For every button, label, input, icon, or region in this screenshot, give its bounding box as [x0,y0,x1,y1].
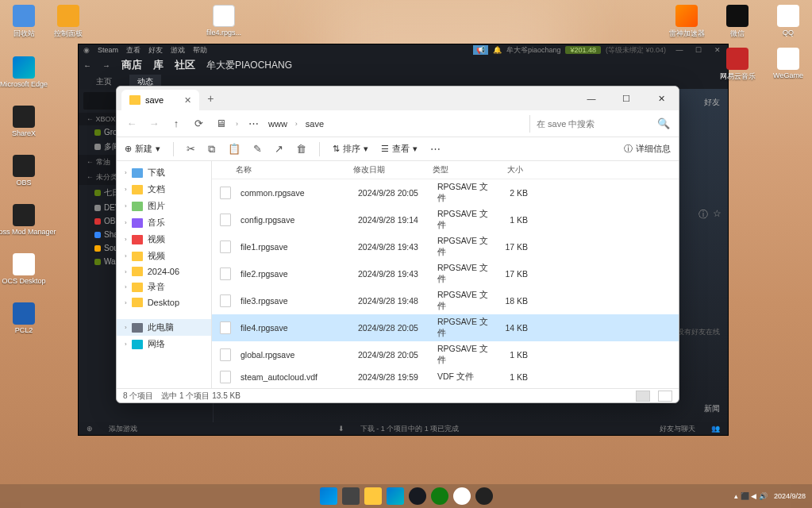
nav-item[interactable]: ›录音 [117,279,211,295]
refresh-button[interactable]: ⟳ [191,117,206,129]
col-date[interactable]: 修改日期 [347,164,426,175]
desktop-icon[interactable]: OCS Desktop [6,253,41,285]
breadcrumb-www[interactable]: www [268,119,287,129]
explorer-tab[interactable]: save ✕ [121,90,199,110]
steam-menu-games[interactable]: 游戏 [171,45,185,56]
desktop-icon[interactable]: QQ [771,5,806,39]
tray-icons[interactable]: ▴ ⬛ ◀ 🔊 [734,492,768,500]
subnav-home[interactable]: 主页 [88,75,120,89]
maximize-button[interactable]: ☐ [693,46,704,54]
nav-item[interactable]: ›视频 [117,231,211,248]
taskbar-steam[interactable] [409,487,426,505]
nav-item[interactable]: ›2024-06 [117,264,211,279]
nav-item[interactable]: ›Desktop [117,295,211,310]
new-button[interactable]: ⊕新建▾ [125,143,160,155]
nav-community[interactable]: 社区 [175,58,195,72]
share-icon[interactable]: ↗ [275,143,283,155]
nav-item[interactable]: ›此电脑 [117,319,211,336]
file-row[interactable]: file4.rpgsave2024/9/28 20:05RPGSAVE 文件14… [212,314,679,341]
info-icon[interactable]: ⓘ [698,208,708,221]
friends-icon[interactable]: 👥 [711,425,720,433]
up-button[interactable]: ↑ [169,117,183,129]
desktop-icon[interactable]: 回收站 [6,5,41,39]
forward-button[interactable]: → [102,61,110,70]
view-grid-button[interactable] [658,391,672,402]
rename-icon[interactable]: ✎ [253,143,262,155]
desktop-icon[interactable]: 控制面板 [51,5,86,39]
back-button[interactable]: ← [125,117,139,129]
star-icon[interactable]: ☆ [713,208,722,221]
taskbar-xbox[interactable] [431,487,448,505]
taskbar-search[interactable] [342,487,360,505]
steam-user-badge[interactable]: 📢 🔔 牟大爷piaochang ¥201.48 (等级未绑定 ¥0.04) [473,45,666,56]
desktop-icon[interactable]: 雷神加速器 [669,5,704,39]
search-input[interactable] [529,115,648,133]
steam-menu-friends[interactable]: 好友 [148,45,163,56]
nav-store[interactable]: 商店 [121,58,142,72]
taskbar-app[interactable] [475,487,493,505]
sort-button[interactable]: ⇅排序▾ [333,143,368,155]
downloads-link[interactable]: 下载 - 1 个项目中的 1 项已完成 [360,424,460,434]
nav-item[interactable]: ›视频 [117,248,211,264]
steam-menu-steam[interactable]: Steam [98,46,118,54]
delete-icon[interactable]: 🗑 [296,143,306,155]
close-button[interactable]: ✕ [644,94,679,104]
notification-icon[interactable]: 🔔 [493,46,502,54]
taskbar-explorer[interactable] [364,487,382,505]
file-row[interactable]: file2.rpgsave2024/9/28 19:43RPGSAVE 文件17… [212,260,679,287]
nav-item[interactable]: ›文档 [117,181,211,198]
tab-close-icon[interactable]: ✕ [184,95,191,106]
start-button[interactable] [320,487,337,505]
file-row[interactable]: file1.rpgsave2024/9/28 19:43RPGSAVE 文件17… [212,233,679,260]
pc-icon[interactable]: 🖥 [214,117,228,129]
search-icon[interactable]: 🔍 [656,117,671,129]
col-type[interactable]: 类型 [426,164,490,175]
details-button[interactable]: ⓘ详细信息 [624,143,671,155]
forward-button[interactable]: → [147,117,161,129]
desktop-icon[interactable]: PCL2 [6,302,41,334]
view-list-button[interactable] [636,391,650,402]
nav-item[interactable]: ›下载 [117,164,211,181]
file-row[interactable]: common.rpgsave2024/9/28 20:05RPGSAVE 文件2… [212,179,679,206]
paste-icon[interactable]: 📋 [228,143,241,155]
desktop-icon[interactable]: OBS [6,155,41,187]
more-icon[interactable]: ⋯ [430,143,441,155]
nav-label: 图片 [148,200,165,212]
minimize-button[interactable]: — [674,46,685,54]
friends-chat-link[interactable]: 好友与聊天 [660,424,695,434]
cut-icon[interactable]: ✂ [187,143,195,155]
desktop-icon[interactable]: ShareX [6,106,41,137]
system-tray[interactable]: ▴ ⬛ ◀ 🔊 2024/9/28 [734,492,806,500]
nav-item[interactable]: ›图片 [117,198,211,214]
add-game-link[interactable]: 添加游戏 [109,424,137,434]
col-name[interactable]: 名称 [212,164,347,175]
maximize-button[interactable]: ☐ [609,94,644,104]
back-button[interactable]: ← [83,61,91,70]
nav-username[interactable]: 牟大爱PIAOCHANG [206,59,292,72]
taskbar-edge[interactable] [387,487,404,505]
more-button[interactable]: ⋯ [246,117,260,129]
breadcrumb-save[interactable]: save [306,119,324,129]
file-row[interactable]: config.rpgsave2024/9/28 19:14RPGSAVE 文件1… [212,206,679,233]
desktop-icon[interactable]: WeGame [771,48,806,82]
nav-item[interactable]: ›网络 [117,336,211,352]
copy-icon[interactable]: ⧉ [208,143,215,156]
announcement-icon[interactable]: 📢 [473,45,488,55]
desktop-icon[interactable]: Microsoft Edge [6,56,41,88]
steam-menu-help[interactable]: 帮助 [193,45,207,56]
nav-library[interactable]: 库 [153,58,164,72]
steam-menu-view[interactable]: 查看 [126,45,140,56]
desktop-icon[interactable]: 微信 [720,5,755,39]
minimize-button[interactable]: — [574,94,609,103]
desktop-icon[interactable]: Gloss Mod Manager [6,204,41,236]
col-size[interactable]: 大小 [490,164,529,175]
file-row[interactable]: steam_autocloud.vdf2024/9/28 19:59VDF 文件… [212,368,679,386]
desktop-loose-file[interactable]: file4.rpgs... [206,5,241,37]
nav-item[interactable]: ›音乐 [117,214,211,231]
new-tab-button[interactable]: + [207,92,214,105]
taskbar-app[interactable] [453,487,471,505]
view-button[interactable]: ☰查看▾ [381,143,418,155]
desktop-icon[interactable]: 网易云音乐 [720,48,755,82]
file-row[interactable]: file3.rpgsave2024/9/28 19:48RPGSAVE 文件18… [212,287,679,314]
file-row[interactable]: global.rpgsave2024/9/28 20:05RPGSAVE 文件1… [212,341,679,368]
